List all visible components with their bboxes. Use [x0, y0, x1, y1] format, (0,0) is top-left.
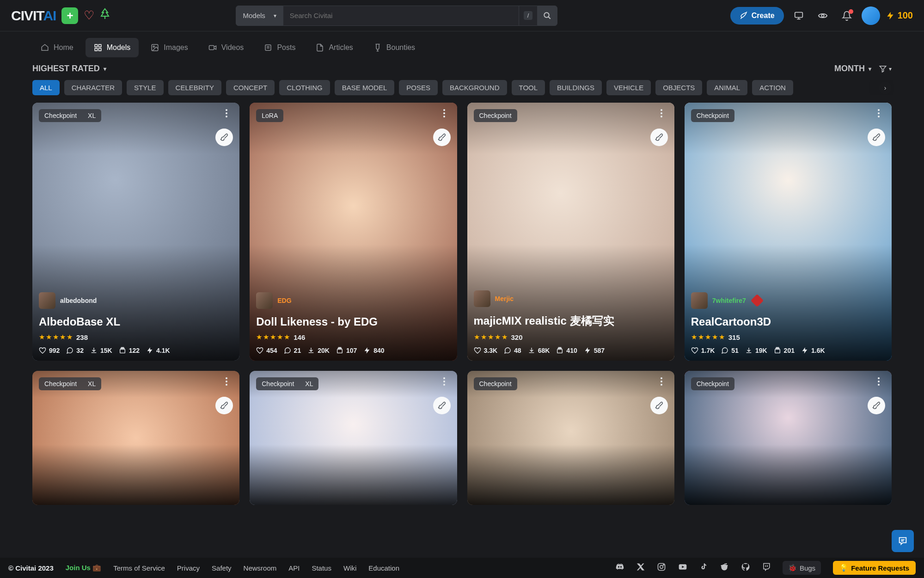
tree-icon[interactable]	[100, 8, 110, 23]
footer-link-status[interactable]: Status	[312, 564, 331, 572]
stat-downloads[interactable]: 68K	[528, 347, 550, 354]
card-menu-button[interactable]	[438, 109, 451, 117]
footer-link-education[interactable]: Education	[368, 564, 399, 572]
model-card[interactable]: Checkpoint XL	[32, 371, 239, 505]
card-menu-button[interactable]	[655, 377, 668, 386]
add-button[interactable]: +	[61, 7, 78, 24]
paint-icon[interactable]	[215, 397, 233, 414]
model-card[interactable]: Checkpoint Merjic majicMIX realistic 麦橘写…	[467, 103, 674, 361]
stat-comments[interactable]: 21	[284, 347, 301, 354]
github-icon[interactable]	[741, 562, 750, 574]
stat-downloads[interactable]: 19K	[745, 347, 767, 354]
stat-images[interactable]: 201	[774, 347, 795, 354]
search-input[interactable]	[283, 6, 519, 26]
author-avatar[interactable]	[39, 292, 55, 309]
nav-tab-posts[interactable]: Posts	[256, 38, 304, 57]
paint-icon[interactable]	[868, 129, 885, 146]
nav-tab-videos[interactable]: Videos	[200, 38, 252, 57]
tag-concept[interactable]: CONCEPT	[226, 80, 275, 95]
tag-clothing[interactable]: CLOTHING	[279, 80, 330, 95]
tag-action[interactable]: ACTION	[752, 80, 793, 95]
author-name[interactable]: EDG	[277, 297, 291, 304]
create-button[interactable]: Create	[730, 7, 784, 25]
card-menu-button[interactable]	[220, 377, 233, 386]
stat-images[interactable]: 410	[556, 347, 577, 354]
tag-scroll-right[interactable]: ›	[879, 81, 892, 94]
logo[interactable]: CIVITAI	[11, 8, 56, 24]
stat-likes[interactable]: 454	[256, 347, 277, 354]
twitch-icon[interactable]	[762, 562, 771, 574]
search-button[interactable]	[537, 6, 557, 26]
youtube-icon[interactable]	[678, 562, 687, 574]
stat-likes[interactable]: 1.7K	[691, 347, 715, 354]
footer-join[interactable]: Join Us 💼	[66, 564, 101, 572]
tag-background[interactable]: BACKGROUND	[442, 80, 507, 95]
author-avatar[interactable]	[474, 290, 490, 307]
nav-tab-models[interactable]: Models	[86, 38, 139, 57]
author-avatar[interactable]	[691, 292, 708, 309]
model-card[interactable]: Checkpoint	[685, 371, 892, 505]
model-card[interactable]: Checkpoint	[467, 371, 674, 505]
model-card[interactable]: Checkpoint 7whitefire7 RealCartoon3D ★★★…	[685, 103, 892, 361]
nav-tab-home[interactable]: Home	[32, 38, 82, 57]
paint-icon[interactable]	[433, 397, 451, 414]
period-dropdown[interactable]: MONTH ▾	[834, 64, 871, 74]
footer-link-api[interactable]: API	[288, 564, 300, 572]
tag-style[interactable]: STYLE	[127, 80, 164, 95]
stat-bolts[interactable]: 1.6K	[801, 347, 825, 354]
sort-dropdown[interactable]: HIGHEST RATED ▾	[32, 64, 106, 74]
stat-comments[interactable]: 51	[721, 347, 739, 354]
footer-link-privacy[interactable]: Privacy	[177, 564, 200, 572]
stat-images[interactable]: 122	[119, 347, 140, 354]
chat-fab[interactable]	[892, 530, 914, 552]
author-name[interactable]: Merjic	[495, 295, 514, 302]
stat-downloads[interactable]: 15K	[90, 347, 112, 354]
tag-poses[interactable]: POSES	[399, 80, 438, 95]
model-card[interactable]: Checkpoint XL albedobond AlbedoBase XL ★…	[32, 103, 239, 361]
eye-icon[interactable]	[814, 6, 832, 25]
tiktok-icon[interactable]	[699, 562, 708, 574]
user-avatar[interactable]	[862, 6, 880, 25]
card-menu-button[interactable]	[438, 377, 451, 386]
coin-balance[interactable]: 100	[886, 10, 913, 21]
paint-icon[interactable]	[868, 397, 885, 414]
stat-comments[interactable]: 32	[66, 347, 84, 354]
author-name[interactable]: 7whitefire7	[712, 297, 746, 304]
search-category-select[interactable]: Models ▾	[236, 6, 283, 26]
footer-link-tos[interactable]: Terms of Service	[113, 564, 165, 572]
stat-likes[interactable]: 3.3K	[474, 347, 498, 354]
heart-icon[interactable]: ♡	[84, 8, 94, 23]
footer-link-safety[interactable]: Safety	[212, 564, 232, 572]
card-menu-button[interactable]	[872, 109, 885, 117]
tag-objects[interactable]: OBJECTS	[655, 80, 702, 95]
card-menu-button[interactable]	[655, 109, 668, 117]
paint-icon[interactable]	[433, 129, 451, 146]
tag-celebrity[interactable]: CELEBRITY	[168, 80, 221, 95]
stat-comments[interactable]: 48	[504, 347, 521, 354]
nav-tab-bounties[interactable]: Bounties	[365, 38, 423, 57]
paint-icon[interactable]	[650, 397, 668, 414]
nav-tab-images[interactable]: Images	[142, 38, 196, 57]
paint-icon[interactable]	[215, 129, 233, 146]
feature-requests-button[interactable]: 💡 Feature Requests	[833, 561, 916, 575]
tag-base-model[interactable]: BASE MODEL	[335, 80, 395, 95]
reddit-icon[interactable]	[720, 562, 729, 574]
tag-all[interactable]: ALL	[32, 80, 60, 95]
footer-link-newsroom[interactable]: Newsroom	[244, 564, 277, 572]
footer-link-wiki[interactable]: Wiki	[343, 564, 356, 572]
model-card[interactable]: LoRA EDG Doll Likeness - by EDG ★★★★★ 14…	[250, 103, 457, 361]
card-menu-button[interactable]	[872, 377, 885, 386]
nav-tab-articles[interactable]: Articles	[307, 38, 361, 57]
stat-downloads[interactable]: 20K	[307, 347, 330, 354]
card-menu-button[interactable]	[220, 109, 233, 117]
x-icon[interactable]	[636, 563, 645, 573]
tag-tool[interactable]: TOOL	[512, 80, 545, 95]
desktop-icon[interactable]	[789, 6, 808, 25]
author-name[interactable]: albedobond	[60, 297, 97, 304]
notifications-icon[interactable]	[838, 6, 856, 25]
stat-images[interactable]: 107	[336, 347, 357, 354]
discord-icon[interactable]	[615, 562, 624, 574]
filter-button[interactable]: ▾	[879, 65, 892, 73]
stat-bolts[interactable]: 587	[584, 347, 605, 354]
tag-vehicle[interactable]: VEHICLE	[606, 80, 651, 95]
